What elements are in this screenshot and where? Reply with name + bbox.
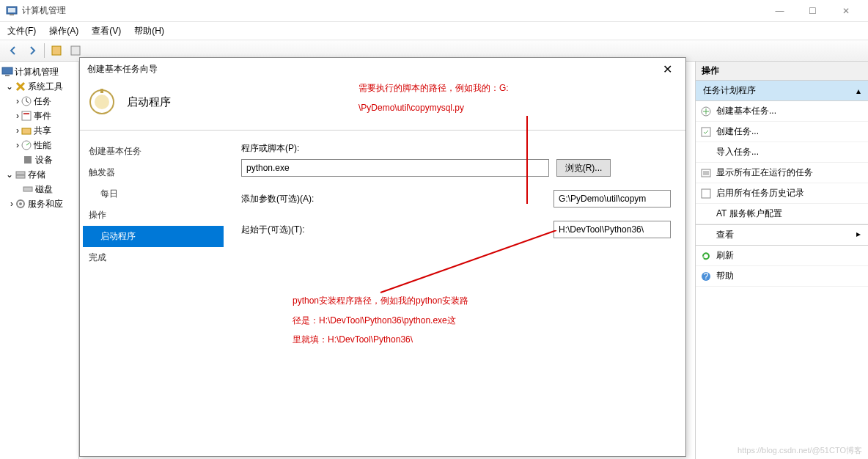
forward-button[interactable] <box>23 42 41 59</box>
tree-performance[interactable]: › 性能 <box>1 138 77 153</box>
services-icon <box>15 198 26 210</box>
program-label: 程序或脚本(P): <box>241 142 671 155</box>
wizard-header-icon <box>87 87 117 117</box>
svg-rect-9 <box>23 113 29 114</box>
menu-file[interactable]: 文件(F) <box>7 25 36 37</box>
action-help[interactable]: ? 帮助 <box>696 266 868 287</box>
chevron-right-icon: ▸ <box>856 229 861 241</box>
perf-icon <box>21 139 32 151</box>
actions-header: 操作 <box>696 62 868 81</box>
dialog-close-button[interactable]: ✕ <box>656 62 678 76</box>
step-trigger[interactable]: 触发器 <box>83 162 224 183</box>
clock-icon <box>21 95 32 107</box>
step-finish[interactable]: 完成 <box>83 247 224 268</box>
args-label: 添加参数(可选)(A): <box>241 193 410 205</box>
action-enable-history[interactable]: 启用所有任务历史记录 <box>696 183 868 204</box>
maximize-button[interactable]: ☐ <box>796 1 829 21</box>
share-icon <box>21 125 32 136</box>
dialog-titlebar: 创建基本任务向导 ✕ <box>80 58 685 80</box>
actions-panel: 操作 任务计划程序 ▴ 创建基本任务... 创建任务... 导入任务... 显示… <box>695 62 868 459</box>
list-icon <box>700 167 712 179</box>
args-input[interactable] <box>553 190 671 208</box>
dialog-header: 启动程序 <box>80 80 685 131</box>
svg-rect-4 <box>71 46 80 55</box>
app-icon <box>6 5 18 17</box>
svg-point-25 <box>95 95 109 109</box>
refresh-icon <box>700 250 712 262</box>
svg-line-28 <box>380 230 556 293</box>
task-icon <box>700 126 712 138</box>
svg-point-17 <box>19 202 22 205</box>
wizard-steps: 创建基本任务 触发器 每日 操作 启动程序 完成 <box>80 131 227 455</box>
event-icon <box>21 110 32 122</box>
svg-rect-3 <box>52 46 61 55</box>
computer-icon <box>1 66 13 78</box>
svg-rect-26 <box>100 89 103 93</box>
tool-button-1[interactable] <box>48 42 65 59</box>
action-show-running[interactable]: 显示所有正在运行的任务 <box>696 163 868 183</box>
action-at-config[interactable]: AT 服务帐户配置 <box>696 204 868 224</box>
start-in-input[interactable] <box>553 221 671 238</box>
step-daily[interactable]: 每日 <box>83 183 224 205</box>
step-create-basic-task[interactable]: 创建基本任务 <box>83 141 224 162</box>
storage-icon <box>15 169 26 180</box>
menu-action[interactable]: 操作(A) <box>49 25 78 37</box>
menu-help[interactable]: 帮助(H) <box>134 25 164 37</box>
history-icon <box>700 188 712 199</box>
wizard-icon <box>700 106 712 117</box>
start-in-label: 起始于(可选)(T): <box>241 224 410 236</box>
tree-task-scheduler[interactable]: › 任务 <box>1 94 77 109</box>
close-button[interactable]: ✕ <box>829 1 862 21</box>
svg-rect-15 <box>23 187 32 191</box>
action-create-basic-task[interactable]: 创建基本任务... <box>696 101 868 122</box>
tree-shared-folders[interactable]: › 共享 <box>1 123 77 138</box>
tree-system-tools[interactable]: ⌄ 系统工具 <box>1 79 77 94</box>
tree-device-manager[interactable]: 设备 <box>1 153 77 167</box>
tools-icon <box>15 81 26 92</box>
svg-rect-6 <box>5 75 10 76</box>
step-start-program[interactable]: 启动程序 <box>83 226 224 247</box>
wizard-form: 程序或脚本(P): 浏览(R)... 添加参数(可选)(A): 起始于(可选)(… <box>227 131 685 455</box>
step-action[interactable]: 操作 <box>83 205 224 226</box>
action-import-task[interactable]: 导入任务... <box>696 142 868 163</box>
action-view[interactable]: 查看 ▸ <box>696 224 868 246</box>
main-titlebar: 计算机管理 — ☐ ✕ <box>0 0 868 22</box>
dialog-title: 创建基本任务向导 <box>87 63 656 76</box>
svg-rect-13 <box>16 172 25 175</box>
window-title: 计算机管理 <box>22 4 763 17</box>
svg-rect-21 <box>702 189 710 198</box>
tree-disk-management[interactable]: 磁盘 <box>1 182 77 197</box>
program-input[interactable] <box>241 159 549 177</box>
svg-rect-12 <box>24 156 32 164</box>
menu-view[interactable]: 查看(V) <box>92 25 121 37</box>
create-basic-task-wizard-dialog: 创建基本任务向导 ✕ 启动程序 创建基本任务 触发器 每日 操作 启动程序 完成… <box>79 57 686 457</box>
nav-tree: 计算机管理 ⌄ 系统工具 › 任务 › 事件 › 共享 › 性能 <box>0 62 79 459</box>
svg-rect-19 <box>702 128 710 136</box>
tree-services[interactable]: › 服务和应 <box>1 197 77 211</box>
menubar: 文件(F) 操作(A) 查看(V) 帮助(H) <box>0 22 868 40</box>
browse-button[interactable]: 浏览(R)... <box>556 159 611 177</box>
tree-event-viewer[interactable]: › 事件 <box>1 109 77 123</box>
tree-root[interactable]: 计算机管理 <box>1 65 77 79</box>
disk-icon <box>22 183 34 195</box>
svg-rect-14 <box>16 175 25 178</box>
action-refresh[interactable]: 刷新 <box>696 246 868 266</box>
svg-rect-5 <box>2 67 12 74</box>
svg-rect-2 <box>10 14 14 15</box>
action-create-task[interactable]: 创建任务... <box>696 122 868 142</box>
tree-storage[interactable]: ⌄ 存储 <box>1 167 77 182</box>
svg-rect-10 <box>22 128 31 134</box>
svg-rect-8 <box>22 111 31 120</box>
minimize-button[interactable]: — <box>763 1 796 21</box>
svg-rect-1 <box>8 8 15 12</box>
watermark: https://blog.csdn.net/@51CTO博客 <box>738 445 862 456</box>
annotation-arrow-2 <box>373 230 564 296</box>
collapse-icon: ▴ <box>856 86 861 96</box>
annotation-python-path: python安装程序路径，例如我的python安装路 径是：H:\DevTool… <box>293 290 468 349</box>
actions-context[interactable]: 任务计划程序 ▴ <box>696 81 868 101</box>
dialog-header-text: 启动程序 <box>127 95 171 109</box>
svg-text:?: ? <box>704 271 709 282</box>
help-icon: ? <box>700 271 712 282</box>
device-icon <box>22 154 34 166</box>
back-button[interactable] <box>4 42 22 59</box>
